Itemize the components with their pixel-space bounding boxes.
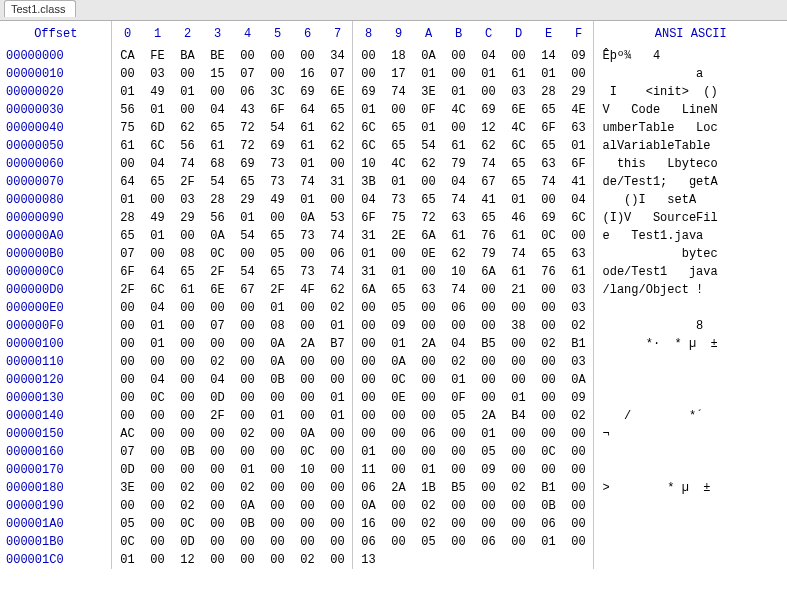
hex-cell[interactable]: 02 (232, 479, 262, 497)
hex-cell[interactable]: 00 (112, 371, 143, 389)
hex-cell[interactable]: 00 (232, 335, 262, 353)
hex-cell[interactable]: 00 (142, 551, 172, 569)
hex-cell[interactable]: 73 (383, 191, 413, 209)
hex-cell[interactable]: 10 (292, 461, 322, 479)
hex-cell[interactable]: 01 (322, 317, 353, 335)
hex-cell[interactable]: 00 (413, 317, 443, 335)
hex-cell[interactable]: B5 (443, 479, 473, 497)
hex-cell[interactable]: B1 (533, 479, 563, 497)
hex-cell[interactable]: 65 (503, 155, 533, 173)
hex-cell[interactable]: 00 (533, 407, 563, 425)
offset-cell[interactable]: 000001C0 (0, 551, 112, 569)
hex-row[interactable]: 000000D02F6C616E672F4F626A65637400210003… (0, 281, 787, 299)
hex-cell[interactable]: 74 (383, 83, 413, 101)
hex-cell[interactable]: 00 (473, 497, 503, 515)
hex-cell[interactable]: B5 (473, 335, 503, 353)
hex-cell[interactable]: 3E (112, 479, 143, 497)
hex-cell[interactable]: 00 (443, 533, 473, 551)
hex-cell[interactable]: 01 (443, 371, 473, 389)
hex-cell[interactable]: 00 (353, 353, 384, 371)
hex-cell[interactable]: 63 (443, 209, 473, 227)
ansi-cell[interactable] (594, 461, 787, 479)
hex-cell[interactable]: 00 (473, 371, 503, 389)
hex-cell[interactable]: 54 (232, 227, 262, 245)
hex-cell[interactable]: 6F (353, 209, 384, 227)
offset-cell[interactable]: 000000A0 (0, 227, 112, 245)
hex-cell[interactable]: 00 (292, 497, 322, 515)
hex-cell[interactable]: 00 (533, 299, 563, 317)
hex-cell[interactable]: 0D (202, 389, 232, 407)
hex-cell[interactable]: 65 (322, 101, 353, 119)
hex-cell[interactable]: 01 (353, 443, 384, 461)
hex-cell[interactable]: 0A (292, 209, 322, 227)
hex-cell[interactable]: 0A (413, 47, 443, 65)
hex-cell[interactable]: 01 (413, 65, 443, 83)
hex-cell[interactable]: 65 (383, 137, 413, 155)
hex-cell[interactable]: 04 (202, 371, 232, 389)
hex-cell[interactable]: 12 (473, 119, 503, 137)
hex-cell[interactable]: 00 (322, 155, 353, 173)
hex-cell[interactable]: 00 (563, 65, 594, 83)
hex-cell[interactable]: 00 (503, 533, 533, 551)
hex-cell[interactable]: 62 (322, 119, 353, 137)
hex-cell[interactable]: 00 (202, 461, 232, 479)
hex-cell[interactable]: 0B (262, 371, 292, 389)
hex-cell[interactable]: 28 (112, 209, 143, 227)
hex-cell[interactable]: 65 (413, 191, 443, 209)
hex-cell[interactable]: 00 (503, 335, 533, 353)
hex-cell[interactable]: 00 (443, 497, 473, 515)
hex-cell[interactable]: 00 (353, 47, 384, 65)
hex-cell[interactable]: 61 (503, 65, 533, 83)
hex-cell[interactable]: 00 (353, 371, 384, 389)
hex-cell[interactable] (413, 551, 443, 569)
hex-cell[interactable]: 6E (322, 83, 353, 101)
hex-cell[interactable]: 00 (443, 515, 473, 533)
hex-cell[interactable]: 00 (353, 389, 384, 407)
hex-cell[interactable]: 4C (383, 155, 413, 173)
hex-cell[interactable]: 56 (112, 101, 143, 119)
hex-cell[interactable]: 4F (292, 281, 322, 299)
hex-cell[interactable] (473, 551, 503, 569)
hex-cell[interactable]: 00 (292, 353, 322, 371)
hex-cell[interactable]: 00 (172, 461, 202, 479)
hex-cell[interactable]: 00 (262, 389, 292, 407)
hex-cell[interactable]: 00 (142, 515, 172, 533)
hex-cell[interactable] (563, 551, 594, 569)
hex-cell[interactable]: 00 (262, 515, 292, 533)
hex-cell[interactable]: 04 (142, 371, 172, 389)
hex-cell[interactable]: 00 (232, 533, 262, 551)
hex-cell[interactable]: 64 (292, 101, 322, 119)
hex-cell[interactable]: 00 (202, 551, 232, 569)
hex-cell[interactable]: 00 (112, 335, 143, 353)
hex-cell[interactable]: 04 (202, 101, 232, 119)
hex-cell[interactable]: 02 (533, 335, 563, 353)
hex-cell[interactable]: 01 (383, 173, 413, 191)
ansi-cell[interactable]: ()I setA (594, 191, 787, 209)
hex-cell[interactable]: 00 (383, 425, 413, 443)
hex-cell[interactable]: 07 (322, 65, 353, 83)
offset-cell[interactable]: 00000190 (0, 497, 112, 515)
hex-cell[interactable]: 06 (353, 479, 384, 497)
hex-cell[interactable]: 00 (443, 461, 473, 479)
hex-cell[interactable]: 00 (172, 317, 202, 335)
hex-cell[interactable]: 65 (473, 209, 503, 227)
hex-cell[interactable]: 00 (353, 425, 384, 443)
hex-cell[interactable]: 06 (353, 533, 384, 551)
hex-cell[interactable]: 02 (172, 497, 202, 515)
hex-cell[interactable]: 21 (503, 281, 533, 299)
hex-row[interactable]: 000000F000010007000800010009000000380002… (0, 317, 787, 335)
hex-cell[interactable]: 6C (142, 137, 172, 155)
hex-cell[interactable]: 03 (142, 65, 172, 83)
ansi-cell[interactable]: de/Test1; getA (594, 173, 787, 191)
hex-cell[interactable]: 00 (172, 335, 202, 353)
hex-cell[interactable]: 02 (413, 497, 443, 515)
offset-cell[interactable]: 00000160 (0, 443, 112, 461)
hex-cell[interactable]: 00 (503, 443, 533, 461)
ansi-cell[interactable]: a (594, 65, 787, 83)
hex-row[interactable]: 00000050616C5661726961626C655461626C6501… (0, 137, 787, 155)
hex-cell[interactable]: 6C (503, 137, 533, 155)
hex-cell[interactable]: 00 (292, 371, 322, 389)
offset-cell[interactable]: 00000100 (0, 335, 112, 353)
hex-cell[interactable]: 63 (533, 155, 563, 173)
hex-cell[interactable]: 00 (563, 443, 594, 461)
